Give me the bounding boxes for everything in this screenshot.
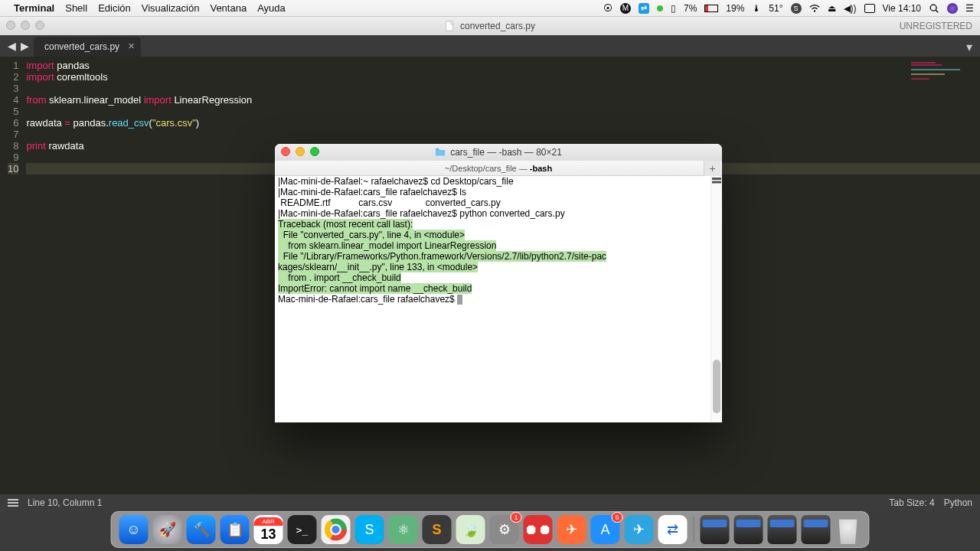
svg-line-2 [936,10,938,12]
terminal-path-text: ~/Desktop/cars_file — -bash [445,164,552,173]
sublime-statusbar: Line 10, Column 1 Tab Size: 4 Python [0,494,980,511]
dock-app-launchpad[interactable]: 🚀 [153,515,182,544]
term-zoom-icon[interactable] [310,147,319,156]
temp-icon: 🌡 [752,3,761,14]
dock-app-telegram[interactable]: ✈ [625,515,654,544]
skype-status-icon[interactable]: S [791,3,802,14]
terminal-tabbar: ~/Desktop/cars_file — -bash + [275,161,722,176]
terminal-scrollbar[interactable] [710,176,722,422]
traffic-zoom-icon[interactable] [35,21,44,30]
line-gutter: 1 2 3 4 5 6 7 8 9 10 [0,57,26,494]
scrollbar-thumb[interactable] [713,360,720,413]
siri-icon[interactable] [947,3,958,14]
syntax-mode[interactable]: Python [944,497,972,508]
dock-trash-icon[interactable] [835,515,861,544]
dock-app-trello[interactable]: 📋 [220,515,250,544]
term-line: |Mac-mini-de-Rafael:~ rafaelchavez$ cd D… [275,176,722,187]
line-number: 1 [8,60,18,71]
traffic-close-icon[interactable] [6,21,15,30]
menu-shell[interactable]: Shell [65,2,87,14]
terminal-title-text: cars_file — -bash — 80×21 [450,147,562,158]
tab-overflow-icon[interactable]: ▾ [966,40,972,54]
python-file-icon [445,21,456,31]
nav-back-icon[interactable]: ◀ [8,40,16,52]
nav-forward-icon[interactable]: ▶ [21,40,29,52]
dock-app-atom[interactable]: ⚛ [389,515,418,544]
tab-close-icon[interactable]: ✕ [128,41,135,51]
terminal-cursor [457,295,462,305]
folder-icon [435,147,446,158]
terminal-titlebar[interactable]: cars_file — -bash — 80×21 [275,144,722,161]
svg-rect-4 [436,148,439,150]
dock-app-postman[interactable]: ✈ [557,515,586,544]
dock-stack[interactable] [734,515,763,544]
dock-stack[interactable] [802,515,831,544]
svg-rect-3 [446,21,453,31]
menu-help[interactable]: Ayuda [257,2,286,14]
temp-value: 51° [769,3,782,14]
cpu-percent: 7% [684,3,697,14]
menu-window[interactable]: Ventana [210,2,247,14]
menu-view[interactable]: Visualización [142,2,200,14]
svg-point-8 [332,526,340,533]
minimap[interactable] [911,61,972,107]
status-dot-green[interactable] [657,5,663,11]
dock-app-appstore[interactable]: A6 [591,515,620,544]
dock-app-xcode[interactable]: 🔨 [187,515,216,544]
sidebar-toggle-icon[interactable] [8,499,18,507]
scrollbar-top-icon [712,178,721,185]
traffic-minimize-icon[interactable] [21,21,30,30]
terminal-body[interactable]: |Mac-mini-de-Rafael:~ rafaelchavez$ cd D… [275,176,722,422]
dock-app-sublime[interactable]: S [423,515,452,544]
input-icon[interactable] [864,4,875,13]
unregistered-label: UNREGISTERED [900,21,972,31]
dock-app-settings[interactable]: ⚙1 [490,515,519,544]
status-icon-1[interactable]: M [620,3,631,14]
svg-point-1 [930,5,936,11]
dock: ☺🚀🔨📋ABR13>_S⚛S🍃⚙1⏺⏺✈A6✈⇄ [111,511,870,548]
svg-point-0 [813,10,815,11]
term-line: |Mac-mini-de-Rafael:cars_file rafaelchav… [275,187,722,197]
term-prompt: Mac-mini-de-Rafael:cars_file rafaelchave… [278,294,457,305]
volume-icon[interactable]: ◀)) [844,3,857,14]
tab-size[interactable]: Tab Size: 4 [889,497,934,508]
sublime-title-text: converted_cars.py [460,21,535,31]
location-icon[interactable]: ⦿ [603,3,612,14]
menu-edit[interactable]: Edición [98,2,131,14]
cpu-icon: ▯ [671,3,676,14]
cursor-position: Line 10, Column 1 [28,497,102,508]
dock-divider [694,517,694,543]
term-traceback: Traceback (most recent call last): [278,219,413,230]
battery-icon [704,5,718,12]
editor-tab[interactable]: converted_cars.py ✕ [34,37,141,57]
term-minimize-icon[interactable] [296,147,305,156]
dock-app-recorder[interactable]: ⏺⏺ [524,515,553,544]
spotlight-icon[interactable] [929,3,939,14]
status-icon-2[interactable]: ⇄ [639,3,649,14]
battery-percent: 19% [726,3,744,14]
dock-app-finder[interactable]: ☺ [119,515,149,544]
terminal-new-tab-icon[interactable]: + [704,161,720,176]
dock-app-calendar[interactable]: ABR13 [254,515,283,544]
notification-center-icon[interactable]: ☰ [965,3,974,14]
dock-app-chrome[interactable] [322,515,351,544]
dock-app-teamviewer[interactable]: ⇄ [658,515,688,544]
dock-stack[interactable] [701,515,730,544]
menubar-app-name[interactable]: Terminal [14,2,54,14]
editor-tab-label: converted_cars.py [44,41,119,52]
dock-stack[interactable] [768,515,797,544]
mac-menubar: Terminal Shell Edición Visualización Ven… [0,0,980,17]
dock-app-terminal[interactable]: >_ [288,515,317,544]
eject-icon[interactable]: ⏏ [828,3,836,14]
dock-app-skype[interactable]: S [355,515,384,544]
term-close-icon[interactable] [281,147,290,156]
sublime-titlebar[interactable]: converted_cars.py UNREGISTERED [0,17,980,35]
terminal-window: cars_file — -bash — 80×21 ~/Desktop/cars… [275,144,722,422]
dock-badge: 6 [611,512,622,523]
wifi-icon[interactable] [809,3,820,14]
clock[interactable]: Vie 14:10 [883,3,922,14]
term-line: |Mac-mini-de-Rafael:cars_file rafaelchav… [275,208,722,219]
dock-app-mongodb[interactable]: 🍃 [456,515,485,544]
term-line: README.rtf cars.csv converted_cars.py [275,197,722,208]
sublime-nav-arrows[interactable]: ◀▶ [8,40,29,52]
